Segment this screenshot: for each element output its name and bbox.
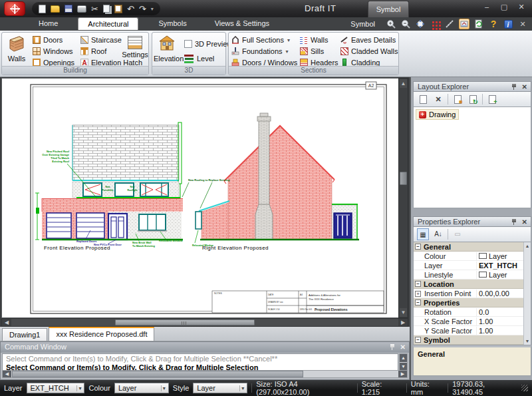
scroll-right-icon[interactable]: ▶ [398, 371, 407, 377]
close-panel-icon[interactable]: ✕ [522, 218, 527, 226]
property-row-insertion-point[interactable]: +Insertion Point0.00,0.00 [414, 289, 523, 298]
properties-scrollbar[interactable]: ▲▼ [523, 242, 531, 345]
sketch-mode-icon[interactable] [459, 19, 469, 29]
svg-text:To Match Existing: To Match Existing [132, 244, 155, 248]
zoom-out-icon[interactable] [400, 19, 411, 29]
maximize-button[interactable]: ▢ [499, 3, 509, 11]
zoom-extents-icon[interactable] [415, 19, 426, 29]
units-status: Units: mm [411, 380, 444, 396]
scroll-left-icon[interactable]: ◀ [3, 371, 11, 377]
property-pages-icon[interactable]: ▭ [452, 228, 464, 240]
elevation-button[interactable]: Elevation [154, 35, 180, 65]
foundations-button[interactable]: Foundations▾ [231, 46, 289, 57]
canvas-horizontal-scrollbar[interactable]: ◀ ▶ [1, 318, 408, 327]
refresh-icon[interactable] [473, 19, 484, 29]
sills-button[interactable]: Sills [300, 46, 324, 57]
paste-icon[interactable] [114, 5, 122, 13]
tab-symbol-contextual[interactable]: Symbol [350, 20, 375, 28]
full-sections-button[interactable]: Full Sections▾ [231, 35, 290, 45]
property-row-x-scale-factor[interactable]: X Scale Factor1.00 [414, 317, 523, 326]
layer-dropdown[interactable]: EXT_HTCH▾ [27, 383, 85, 393]
property-category-properties[interactable]: −Properties [414, 298, 523, 307]
roof-button[interactable]: Roof [80, 46, 106, 57]
info-icon[interactable]: i [503, 19, 513, 29]
property-row-rotation[interactable]: Rotation0.0 [414, 307, 523, 317]
new-layout-icon[interactable] [417, 93, 429, 105]
contextual-group-header[interactable]: Symbol [368, 1, 409, 17]
property-category-general[interactable]: −General [414, 242, 523, 252]
property-category-symbol[interactable]: −Symbol [414, 335, 523, 345]
coordinates-readout: 19730.63, 31490.45 [452, 380, 517, 396]
scroll-up-icon[interactable]: ▲ [400, 79, 407, 88]
layout-refresh-icon[interactable]: ↻ [467, 93, 479, 105]
undo-icon[interactable]: ↶ [127, 5, 134, 13]
help-icon[interactable]: ? [488, 19, 499, 29]
walls-section-button[interactable]: Walls [300, 35, 328, 45]
scroll-up-icon[interactable]: ▲ [400, 354, 407, 362]
level-button[interactable]: Level [184, 53, 214, 64]
layout-add-icon[interactable]: + [486, 93, 498, 105]
qat-customize-icon[interactable]: ▾ [151, 5, 154, 13]
style-dropdown[interactable]: Layer▾ [193, 383, 247, 393]
property-row-linestyle[interactable]: LinestyleLayer [414, 270, 523, 280]
measure-icon[interactable] [444, 19, 455, 29]
staircase-button[interactable]: Staircase [80, 35, 122, 45]
cut-icon[interactable]: ✂ [91, 5, 98, 13]
property-row-layer[interactable]: LayerEXT_HTCH [414, 261, 523, 270]
layout-lock-icon[interactable]: ■ [452, 93, 464, 105]
minimize-button[interactable]: – [481, 3, 492, 11]
command-vertical-scrollbar[interactable]: ▲▼ [399, 353, 408, 371]
copy-icon[interactable] [103, 5, 110, 13]
zoom-in-icon[interactable] [386, 19, 396, 29]
save-icon[interactable] [65, 5, 72, 13]
close-panel-icon[interactable]: ✕ [517, 19, 528, 29]
pin-icon[interactable] [390, 344, 395, 350]
new-icon[interactable] [39, 5, 46, 13]
tab-home[interactable]: Home [31, 17, 66, 30]
property-category-location[interactable]: −Location [414, 280, 523, 289]
property-row-y-scale-factor[interactable]: Y Scale Factor1.00 [414, 326, 523, 335]
app-menu-button[interactable] [4, 1, 25, 16]
scroll-thumb[interactable] [12, 371, 303, 377]
doc-tab-residence[interactable]: xxx Residence Proposed.dft [49, 327, 154, 341]
tab-architectural[interactable]: Architectural [78, 17, 138, 30]
colour-label: Colour [88, 384, 110, 392]
cladded-walls-button[interactable]: Cladded Walls [340, 46, 398, 57]
pin-icon[interactable] [511, 219, 517, 225]
vertical-scroll-thumb[interactable] [400, 172, 407, 185]
command-horizontal-scrollbar[interactable]: ◀ ▶ [2, 370, 408, 378]
canvas-vertical-scrollbar[interactable]: ▲ ▼ [398, 78, 408, 318]
categorized-view-icon[interactable]: ▦ [417, 228, 429, 240]
scroll-left-icon[interactable]: ◀ [2, 319, 11, 326]
scroll-right-icon[interactable]: ▶ [398, 319, 408, 326]
svg-text:NOTES: NOTES [214, 292, 222, 295]
sort-az-icon[interactable]: A↓ [432, 228, 444, 240]
tab-views-settings[interactable]: Views & Settings [207, 17, 277, 30]
command-history[interactable]: Select Command or Item(s) to Modify, Cli… [2, 353, 398, 371]
redo-icon[interactable]: ↷ [139, 5, 146, 13]
3d-preview-checkbox[interactable]: 3D Preview [184, 39, 232, 49]
layout-item-drawing[interactable]: + Drawing [416, 109, 459, 120]
scroll-down-icon[interactable]: ▼ [400, 308, 407, 317]
horizontal-scroll-thumb[interactable] [115, 319, 255, 325]
pin-icon[interactable] [511, 84, 517, 90]
resize-grip[interactable] [521, 385, 528, 391]
group-label-3d: 3D [152, 66, 225, 75]
print-icon[interactable] [77, 5, 86, 13]
delete-layout-icon[interactable]: ✕ [432, 93, 444, 105]
doors-button[interactable]: Doors [33, 35, 63, 45]
close-command-icon[interactable]: ✕ [400, 343, 406, 351]
close-button[interactable]: ✕ [516, 3, 527, 11]
eaves-details-button[interactable]: Eaves Details [340, 35, 396, 45]
property-row-colour[interactable]: ColourLayer [414, 252, 523, 261]
open-icon[interactable] [51, 5, 60, 13]
tab-symbols[interactable]: Symbols [150, 17, 194, 30]
colour-dropdown[interactable]: Layer▾ [114, 383, 169, 393]
doc-tab-drawing1[interactable]: Drawing1 [2, 328, 47, 341]
settings-button[interactable]: Settings [122, 35, 148, 65]
snap-grid-icon[interactable] [430, 19, 440, 29]
walls-button[interactable]: Walls [3, 35, 30, 65]
close-panel-icon[interactable]: ✕ [522, 83, 527, 91]
windows-button[interactable]: Windows [33, 46, 73, 57]
drawing-canvas[interactable]: A2 New Possibility New Roof [1, 78, 398, 318]
